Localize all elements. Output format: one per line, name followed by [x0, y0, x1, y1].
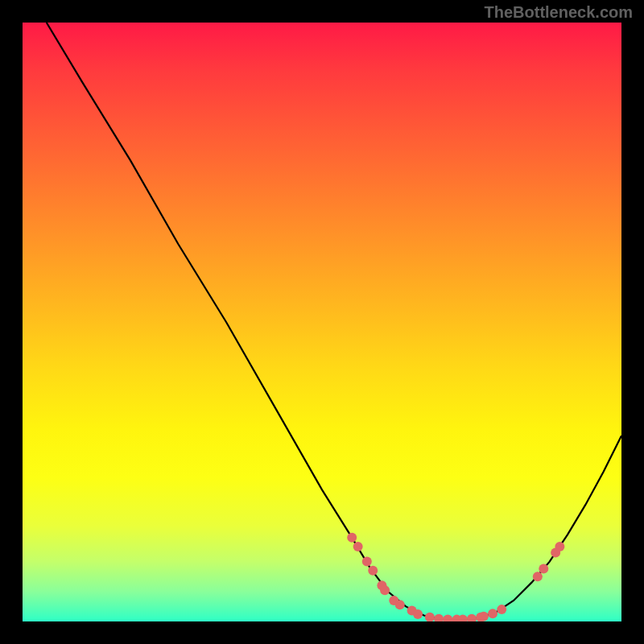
- plot-background: [23, 23, 621, 621]
- watermark-text: TheBottleneck.com: [485, 3, 633, 22]
- chart-curve-canvas: [23, 23, 621, 621]
